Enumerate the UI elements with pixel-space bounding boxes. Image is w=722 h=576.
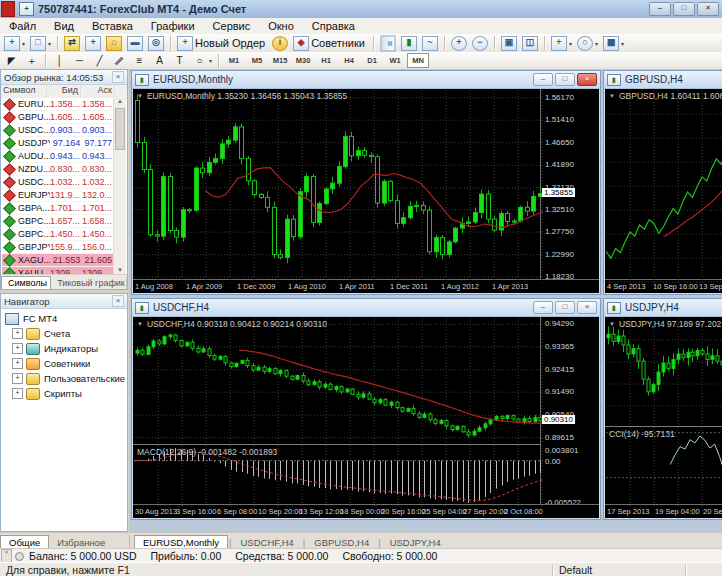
zoom-in-button[interactable]: +	[449, 35, 469, 52]
menu-item-6[interactable]: Справка	[303, 20, 364, 32]
price-scale[interactable]: 0.942900.933650.924150.914900.905400.896…	[540, 317, 599, 505]
expand-icon[interactable]: +	[12, 343, 23, 354]
new-chart-button[interactable]: +▾	[2, 35, 27, 52]
horizontal-line-button[interactable]: ─	[70, 53, 89, 68]
menu-item-0[interactable]: Файл	[0, 20, 45, 32]
scrollbar-thumb[interactable]	[115, 108, 125, 150]
close-button[interactable]: ×	[697, 2, 719, 16]
usdchf-plot[interactable]	[134, 318, 543, 444]
close-button[interactable]: ×	[577, 73, 597, 86]
chart-titlebar[interactable]: ▮ EURUSD,Monthly – □ ×	[132, 71, 600, 89]
price-scale[interactable]: 1.561701.514101.466501.418901.371301.325…	[540, 89, 599, 280]
expand-icon[interactable]: +	[12, 388, 23, 399]
cursor-button[interactable]: ◤	[2, 53, 21, 68]
menu-item-5[interactable]: Окно	[259, 20, 303, 32]
timeframe-button-h4[interactable]: H4	[338, 53, 360, 68]
navigator-item-2[interactable]: +Советники	[2, 356, 126, 371]
close-button[interactable]: ×	[577, 301, 597, 314]
fibonacci-button[interactable]: ≡	[130, 53, 149, 68]
market-watch-row[interactable]: EURJPY131.9...132.0...	[2, 189, 114, 202]
timeframe-button-d1[interactable]: D1	[361, 53, 383, 68]
crosshair-button[interactable]: ＋	[22, 53, 41, 68]
timeframes-dropdown[interactable]: ○▾	[575, 35, 600, 52]
chart-area-gbpusd[interactable]: ▼ GBPUSD,H4 1.60411 1.60629 1.603 4 Sep …	[605, 89, 722, 293]
channel-button[interactable]: ∥	[110, 53, 129, 68]
market-watch-row[interactable]: USDC...1.032...1.032...	[2, 176, 114, 189]
close-icon[interactable]: ×	[112, 295, 124, 307]
chart-candles-button[interactable]: ▮	[399, 35, 419, 52]
menu-item-3[interactable]: Графики	[142, 20, 204, 32]
restore-button[interactable]: □	[555, 73, 575, 86]
timeframe-button-m5[interactable]: M5	[246, 53, 268, 68]
chart-area-usdjpy[interactable]: ▼ USDJPY,H4 97.189 97.202 96.981 9 CCI(1…	[605, 317, 722, 518]
market-watch-toggle[interactable]: ⇄	[62, 35, 82, 52]
market-watch-row[interactable]: XAGU...21.55321.605	[2, 254, 114, 267]
navigator-root[interactable]: FC MT4	[2, 311, 126, 326]
navigator-tab-0[interactable]: Общие	[0, 535, 49, 549]
navigator-item-1[interactable]: +Индикаторы	[2, 341, 126, 356]
menu-item-1[interactable]: Вид	[45, 20, 83, 32]
expand-icon[interactable]: +	[12, 328, 23, 339]
terminal-toggle[interactable]: ▬	[125, 35, 145, 52]
market-watch-row[interactable]: NZDU...0.830...0.830...	[2, 163, 114, 176]
gbpusd-plot[interactable]	[606, 90, 722, 283]
expand-icon[interactable]: +	[12, 373, 23, 384]
expand-icon[interactable]: +	[12, 358, 23, 369]
timeframe-button-mn[interactable]: MN	[407, 53, 429, 68]
navigator-item-3[interactable]: +Пользовательские Инди	[2, 371, 126, 386]
market-watch-row[interactable]: USDJPY97.16497.177	[2, 137, 114, 150]
navigator-item-4[interactable]: +Скрипты	[2, 386, 126, 401]
shapes-dropdown[interactable]: ○▾	[190, 53, 214, 68]
minimize-button[interactable]: –	[649, 2, 671, 16]
menu-item-2[interactable]: Вставка	[83, 20, 142, 32]
chart-tab-0[interactable]: EURUSD,Monthly	[134, 535, 228, 549]
new-order-button[interactable]: + Новый Ордер	[175, 35, 269, 52]
restore-button[interactable]: □	[555, 301, 575, 314]
timeframe-button-h1[interactable]: H1	[315, 53, 337, 68]
chart-titlebar[interactable]: ▮ GBPUSD,H4	[604, 71, 722, 89]
tile-windows-button[interactable]: ◫	[520, 35, 540, 52]
menu-item-4[interactable]: Сервис	[204, 20, 260, 32]
navigator-toggle[interactable]: ⌂	[104, 35, 124, 52]
timeframe-button-w1[interactable]: W1	[384, 53, 406, 68]
chart-line-button[interactable]: ~	[420, 35, 440, 52]
usdjpy-plot[interactable]	[606, 318, 722, 426]
eurusd-plot[interactable]	[134, 90, 543, 283]
minimize-button[interactable]: –	[533, 301, 553, 314]
text-button[interactable]: A	[150, 53, 169, 68]
navigator-item-0[interactable]: +Счета	[2, 326, 126, 341]
chart-titlebar[interactable]: ▮ USDCHF,H4 – □ ×	[132, 299, 600, 317]
cascade-windows-button[interactable]: ▣	[499, 35, 519, 52]
column-header-2[interactable]: Аск	[81, 85, 115, 98]
chart-titlebar[interactable]: ▮ USDJPY,H4	[604, 299, 722, 317]
maximize-button[interactable]: □	[673, 2, 695, 16]
cci-plot[interactable]	[606, 427, 722, 507]
timeframe-button-m1[interactable]: M1	[223, 53, 245, 68]
market-watch-row[interactable]: USDC...0.903...0.903...	[2, 124, 114, 137]
market-watch-scrollbar[interactable]: ▲▼	[113, 98, 126, 274]
trendline-button[interactable]: ╱	[90, 53, 109, 68]
market-watch-tab-0[interactable]: Символы	[1, 276, 51, 289]
market-watch-row[interactable]: EURU...1.358...1.358...	[2, 98, 114, 111]
timeframe-button-m30[interactable]: M30	[292, 53, 314, 68]
market-watch-row[interactable]: GBPA...1.701...1.701...	[2, 202, 114, 215]
column-header-1[interactable]: Бид	[47, 85, 81, 98]
minimize-button[interactable]: –	[533, 73, 553, 86]
text-label-button[interactable]: T	[170, 53, 189, 68]
chart-area-eurusd[interactable]: ▼ EURUSD,Monthly 1.35230 1.36456 1.35043…	[133, 89, 599, 293]
metaeditor-button[interactable]: i	[270, 35, 290, 52]
timeframe-button-m15[interactable]: M15	[269, 53, 291, 68]
titlebar[interactable]: + 750787441: ForexClub MT4 - Демо Счет –…	[0, 0, 722, 19]
vertical-line-button[interactable]: │	[50, 53, 69, 68]
experts-button[interactable]: ◈ Советники	[291, 35, 369, 52]
status-profile[interactable]: Default	[553, 564, 686, 576]
market-watch-row[interactable]: XAUU...1309....1309....	[2, 267, 114, 274]
zoom-out-button[interactable]: −	[470, 35, 490, 52]
scroll-down-icon[interactable]: ▼	[114, 267, 126, 273]
market-watch-row[interactable]: GBPC...1.657...1.658...	[2, 215, 114, 228]
market-watch-row[interactable]: GBPJPY155.9...156.0...	[2, 241, 114, 254]
data-window-toggle[interactable]: +	[83, 35, 103, 52]
indicators-dropdown[interactable]: +▾	[549, 35, 574, 52]
market-watch-row[interactable]: GBPC...1.450...1.450...	[2, 228, 114, 241]
terminal-grip[interactable]: ×	[1, 549, 12, 563]
